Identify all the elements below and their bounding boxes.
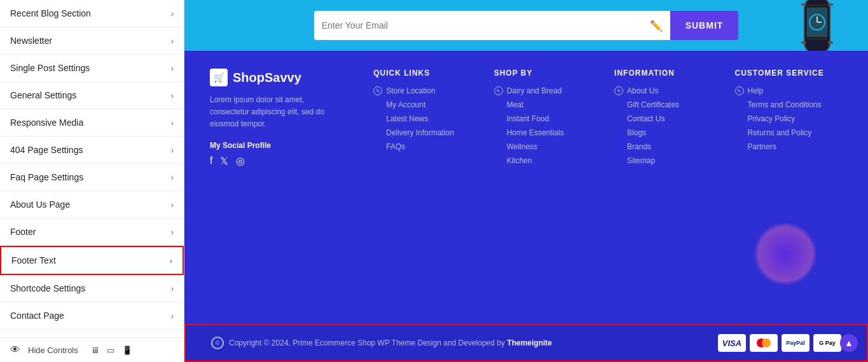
chevron-icon: › [171,173,174,182]
col-item-label: Store Location [386,86,435,95]
scroll-up-button[interactable]: ▲ [840,334,858,352]
sidebar-item-label: 404 Page Settings [10,145,83,155]
bullet-icon: ✎ [373,86,382,95]
col-item-4[interactable]: Wellness [494,142,602,151]
col-item-3[interactable]: Returns and Policy [735,128,843,137]
chevron-icon: › [171,311,174,321]
col-item-1[interactable]: Gift Certificates [614,100,722,109]
sidebar-item-about-us-page[interactable]: About Us Page› [0,191,184,218]
brand-text: ShopSavvy [233,70,301,85]
col-item-5[interactable]: Kitchen [494,156,602,165]
chevron-icon: › [171,200,174,210]
quick-links-title: QUICK LINKS [373,69,481,77]
col-item-5[interactable]: Sitemap [614,156,722,165]
monitor-icon: 🖥 [91,345,99,355]
col-item-3[interactable]: Home Essentials [494,128,602,137]
social-label: My Social Profile [210,141,361,150]
col-item-1[interactable]: Meat [494,100,602,109]
tablet-icon: ▭ [107,345,114,355]
col-item-2[interactable]: Latest News [373,114,481,123]
sidebar-item-label: Responsive Media [10,117,83,128]
sidebar-item-404-page-settings[interactable]: 404 Page Settings› [0,137,184,164]
sidebar-item-single-post-settings[interactable]: Single Post Settings› [0,55,184,82]
col-item-3[interactable]: Delivery Information [373,128,481,137]
bullet-icon: ✎ [494,86,503,95]
footer-columns: 🛒 ShopSavvy Lorem ipsum dolor sit amet, … [210,69,843,311]
col-item-3[interactable]: Blogs [614,128,722,137]
copyright-icon: © [211,337,224,349]
col-item-label: Help [748,86,764,95]
sidebar-item-responsive-media[interactable]: Responsive Media› [0,109,184,137]
submit-button[interactable]: SUBMIT [670,11,739,40]
main-content: ✏️ SUBMIT 🛒 [184,0,868,362]
sidebar-item-label: Newsletter [10,36,52,46]
chevron-icon: › [171,64,174,73]
customer-service-title: CUSTOMER SERVICE [735,69,843,77]
chevron-icon: › [171,227,174,237]
shop-by-col: SHOP BY ✎Dairy and BreadMeatInstant Food… [481,69,602,311]
chevron-icon: › [171,36,174,46]
col-item-4[interactable]: FAQs [373,142,481,151]
sidebar-item-label: Single Post Settings [10,63,90,73]
social-icons: f 𝕏 ◎ [210,155,361,167]
bullet-icon: ✎ [735,86,744,95]
watch-image [779,0,855,57]
copyright-main: Copyright © 2024, Prime Ecommerce Shop W… [229,339,505,347]
col-item-1[interactable]: Terms and Conditions [735,100,843,109]
chevron-icon: › [171,118,174,128]
sidebar-item-label: Faq Page Settings [10,172,83,182]
customer-service-col: CUSTOMER SERVICE ✎HelpTerms and Conditio… [722,69,843,311]
col-item-0[interactable]: ✎Help [735,86,843,95]
col-item-0[interactable]: ✎About Us [614,86,722,95]
sidebar-item-general-settings[interactable]: General Settings› [0,82,184,109]
svg-rect-4 [801,41,806,44]
sidebar-item-faq-page-settings[interactable]: Faq Page Settings› [0,164,184,191]
col-item-4[interactable]: Partners [735,142,843,151]
sidebar-item-shortcode-settings[interactable]: Shortcode Settings› [0,275,184,302]
footer-bottom: © Copyright © 2024, Prime Ecommerce Shop… [184,324,868,362]
col-item-0[interactable]: ✎Dairy and Bread [494,86,602,95]
email-bar: ✏️ SUBMIT [184,0,868,51]
col-item-label: Dairy and Bread [507,86,562,95]
chevron-icon: › [170,256,172,265]
col-item-4[interactable]: Brands [614,142,722,151]
copyright-text: © Copyright © 2024, Prime Ecommerce Shop… [211,337,552,349]
eye-icon: 👁 [10,344,20,356]
col-item-1[interactable]: My Account [373,100,481,109]
sidebar-item-recent-blog-section[interactable]: Recent Blog Section› [0,0,184,27]
chevron-icon: › [171,145,174,155]
brand-link[interactable]: Themeignite [507,339,552,347]
chevron-icon: › [171,9,174,18]
sidebar-item-label: About Us Page [10,199,70,210]
email-input[interactable] [322,20,650,30]
quick-links-col: QUICK LINKS ✎Store LocationMy AccountLat… [361,69,481,311]
sidebar-item-label: Recent Blog Section [10,8,91,18]
svg-rect-2 [801,3,806,6]
sidebar-item-newsletter[interactable]: Newsletter› [0,27,184,55]
gpay-card: G Pay [813,334,841,352]
col-item-2[interactable]: Instant Food [494,114,602,123]
sidebar-item-footer-text[interactable]: Footer Text› [0,246,184,275]
sidebar-item-contact-page[interactable]: Contact Page› [0,302,184,330]
svg-rect-5 [828,41,833,44]
hide-controls-label[interactable]: Hide Controls [28,345,78,355]
sidebar-item-footer[interactable]: Footer› [0,218,184,246]
col-item-2[interactable]: Privacy Policy [735,114,843,123]
mc-circle2 [762,339,771,347]
instagram-icon[interactable]: ◎ [236,155,245,167]
payment-icons: VISA PayPal G Pay [718,334,841,352]
sidebar: Recent Blog Section›Newsletter›Single Po… [0,0,184,362]
information-title: INFORMATION [614,69,722,77]
footer-brand-col: 🛒 ShopSavvy Lorem ipsum dolor sit amet, … [210,69,361,311]
col-item-0[interactable]: ✎Store Location [373,86,481,95]
email-input-wrap: ✏️ [314,11,670,40]
col-item-label: About Us [627,86,658,95]
copyright-content: Copyright © 2024, Prime Ecommerce Shop W… [229,339,552,347]
bullet-icon: ✎ [614,86,623,95]
facebook-icon[interactable]: f [210,155,212,167]
visa-card: VISA [718,334,746,352]
chevron-icon: › [171,284,174,293]
col-item-2[interactable]: Contact Us [614,114,722,123]
svg-rect-3 [828,3,833,6]
twitter-icon[interactable]: 𝕏 [220,155,228,167]
